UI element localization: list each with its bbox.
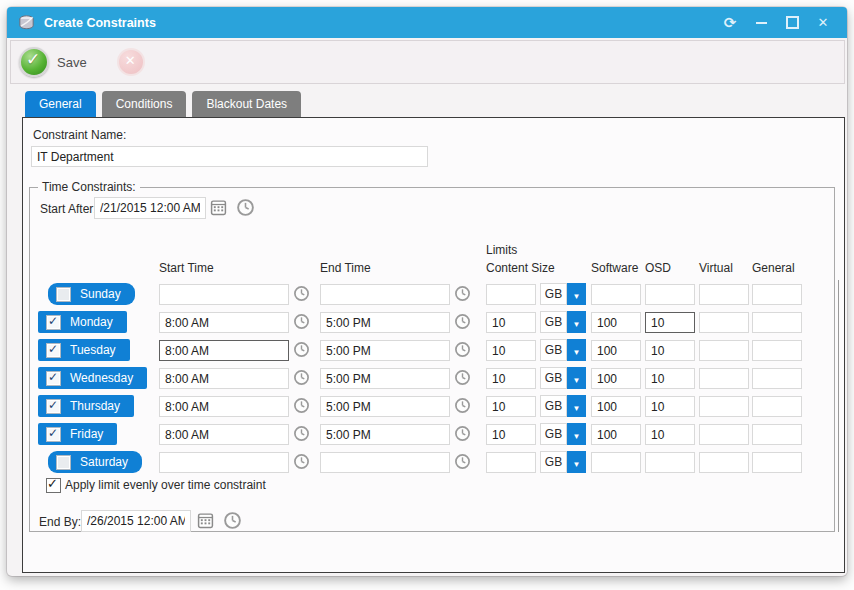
osd-limit-input[interactable]: [645, 452, 695, 473]
virtual-limit-input[interactable]: [699, 368, 749, 389]
day-toggle-button[interactable]: Thursday: [38, 395, 134, 417]
end-time-input[interactable]: [320, 312, 450, 333]
virtual-limit-input[interactable]: [699, 284, 749, 305]
software-limit-input[interactable]: [591, 312, 641, 333]
general-limit-input[interactable]: [752, 340, 802, 361]
unit-select-value[interactable]: GB: [540, 311, 567, 333]
start-after-calendar-button[interactable]: [210, 199, 227, 216]
software-limit-input[interactable]: [591, 368, 641, 389]
start-time-clock-button[interactable]: [293, 425, 310, 442]
software-limit-input[interactable]: [591, 340, 641, 361]
end-by-calendar-button[interactable]: [197, 512, 214, 529]
day-toggle-button[interactable]: Friday: [38, 423, 117, 445]
day-checkbox[interactable]: [56, 455, 71, 470]
unit-select-value[interactable]: GB: [540, 451, 567, 473]
osd-limit-input[interactable]: [645, 424, 695, 445]
end-time-clock-button[interactable]: [454, 369, 471, 386]
virtual-limit-input[interactable]: [699, 396, 749, 417]
day-checkbox[interactable]: [46, 371, 61, 386]
maximize-icon[interactable]: [784, 15, 800, 31]
general-limit-input[interactable]: [752, 368, 802, 389]
end-time-clock-button[interactable]: [454, 397, 471, 414]
end-time-clock-button[interactable]: [454, 341, 471, 358]
start-time-input[interactable]: [159, 452, 289, 473]
unit-dropdown-arrow-icon[interactable]: [567, 423, 586, 445]
day-checkbox[interactable]: [56, 287, 71, 302]
start-time-input[interactable]: [159, 340, 289, 361]
tab-blackout-dates[interactable]: Blackout Dates: [192, 91, 301, 117]
unit-dropdown-arrow-icon[interactable]: [567, 367, 586, 389]
end-time-input[interactable]: [320, 340, 450, 361]
end-time-input[interactable]: [320, 452, 450, 473]
start-time-input[interactable]: [159, 312, 289, 333]
close-icon[interactable]: [815, 15, 831, 31]
software-limit-input[interactable]: [591, 452, 641, 473]
start-time-input[interactable]: [159, 396, 289, 417]
virtual-limit-input[interactable]: [699, 340, 749, 361]
day-checkbox[interactable]: [46, 399, 61, 414]
end-time-clock-button[interactable]: [454, 425, 471, 442]
unit-select-value[interactable]: GB: [540, 283, 567, 305]
day-checkbox[interactable]: [46, 427, 61, 442]
start-after-input[interactable]: [94, 197, 206, 219]
content-size-input[interactable]: [486, 368, 536, 389]
unit-select-value[interactable]: GB: [540, 367, 567, 389]
day-toggle-button[interactable]: Tuesday: [38, 339, 130, 361]
unit-select-value[interactable]: GB: [540, 395, 567, 417]
save-button[interactable]: Save: [19, 47, 87, 77]
start-time-clock-button[interactable]: [293, 285, 310, 302]
cancel-button[interactable]: [117, 48, 145, 76]
general-limit-input[interactable]: [752, 312, 802, 333]
general-limit-input[interactable]: [752, 424, 802, 445]
tab-general[interactable]: General: [25, 91, 96, 117]
virtual-limit-input[interactable]: [699, 312, 749, 333]
osd-limit-input[interactable]: [645, 284, 695, 305]
content-size-input[interactable]: [486, 452, 536, 473]
day-toggle-button[interactable]: Wednesday: [38, 367, 147, 389]
apply-limit-checkbox[interactable]: [46, 478, 61, 493]
content-size-input[interactable]: [486, 340, 536, 361]
osd-limit-input[interactable]: [645, 368, 695, 389]
unit-dropdown-arrow-icon[interactable]: [567, 339, 586, 361]
end-time-input[interactable]: [320, 396, 450, 417]
day-toggle-button[interactable]: Sunday: [48, 283, 135, 305]
end-time-clock-button[interactable]: [454, 313, 471, 330]
osd-limit-input[interactable]: [645, 340, 695, 361]
refresh-icon[interactable]: [722, 15, 738, 31]
constraint-name-input[interactable]: [31, 146, 428, 167]
general-limit-input[interactable]: [752, 452, 802, 473]
virtual-limit-input[interactable]: [699, 452, 749, 473]
unit-dropdown-arrow-icon[interactable]: [567, 311, 586, 333]
unit-dropdown-arrow-icon[interactable]: [567, 283, 586, 305]
general-limit-input[interactable]: [752, 284, 802, 305]
end-time-input[interactable]: [320, 424, 450, 445]
unit-dropdown-arrow-icon[interactable]: [567, 395, 586, 417]
software-limit-input[interactable]: [591, 284, 641, 305]
unit-dropdown-arrow-icon[interactable]: [567, 451, 586, 473]
start-after-clock-button[interactable]: [236, 198, 255, 217]
start-time-input[interactable]: [159, 284, 289, 305]
osd-limit-input[interactable]: [645, 312, 695, 333]
general-limit-input[interactable]: [752, 396, 802, 417]
unit-select-value[interactable]: GB: [540, 339, 567, 361]
virtual-limit-input[interactable]: [699, 424, 749, 445]
start-time-clock-button[interactable]: [293, 341, 310, 358]
end-time-clock-button[interactable]: [454, 453, 471, 470]
start-time-clock-button[interactable]: [293, 369, 310, 386]
start-time-input[interactable]: [159, 368, 289, 389]
day-toggle-button[interactable]: Saturday: [48, 451, 142, 473]
end-time-input[interactable]: [320, 368, 450, 389]
start-time-clock-button[interactable]: [293, 397, 310, 414]
start-time-clock-button[interactable]: [293, 453, 310, 470]
end-time-input[interactable]: [320, 284, 450, 305]
tab-conditions[interactable]: Conditions: [102, 91, 187, 117]
content-size-input[interactable]: [486, 396, 536, 417]
content-size-input[interactable]: [486, 312, 536, 333]
osd-limit-input[interactable]: [645, 396, 695, 417]
end-by-clock-button[interactable]: [223, 511, 242, 530]
unit-select-value[interactable]: GB: [540, 423, 567, 445]
end-by-input[interactable]: [81, 510, 191, 532]
software-limit-input[interactable]: [591, 424, 641, 445]
content-size-input[interactable]: [486, 284, 536, 305]
software-limit-input[interactable]: [591, 396, 641, 417]
